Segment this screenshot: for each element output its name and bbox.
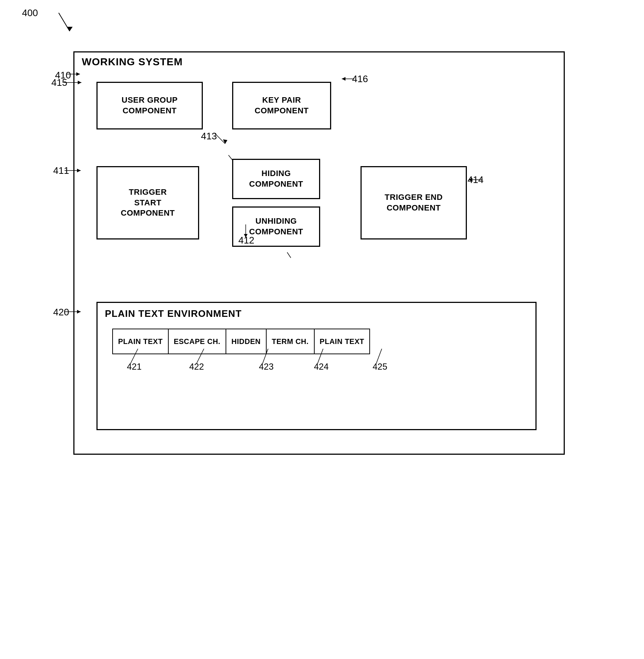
- svg-marker-12: [78, 81, 81, 84]
- ref-416-arrow: [339, 75, 357, 83]
- user-group-label: USER GROUPCOMPONENT: [122, 95, 178, 116]
- ref-415-arrow: [64, 79, 86, 86]
- svg-marker-1: [67, 27, 73, 31]
- pt-ref-connectors: [98, 347, 428, 369]
- svg-marker-14: [342, 77, 345, 81]
- svg-marker-16: [77, 169, 81, 172]
- svg-marker-22: [469, 178, 472, 182]
- trigger-end-label: TRIGGER ENDCOMPONENT: [385, 192, 443, 213]
- trigger-end-component-box: TRIGGER ENDCOMPONENT: [361, 166, 467, 239]
- svg-line-2: [131, 349, 138, 363]
- key-pair-label: KEY PAIRCOMPONENT: [255, 95, 309, 116]
- key-pair-component-box: KEY PAIRCOMPONENT: [232, 82, 331, 129]
- svg-line-4: [263, 349, 268, 363]
- working-system-label: WORKING SYSTEM: [82, 56, 183, 68]
- ref-414-arrow: [466, 176, 488, 183]
- svg-marker-10: [76, 72, 80, 76]
- ref-413-arrow: [214, 133, 236, 147]
- ref-420-arrow: [65, 308, 85, 315]
- svg-marker-20: [244, 234, 248, 238]
- working-system-box: WORKING SYSTEM USER GROUPCOMPONENT KEY P…: [73, 51, 565, 455]
- ref-410-arrow: [67, 69, 85, 80]
- ref-411-arrow: [65, 167, 85, 174]
- ref-400-arrow: [37, 9, 81, 39]
- svg-line-5: [318, 349, 323, 363]
- user-group-component-box: USER GROUPCOMPONENT: [96, 82, 203, 129]
- svg-line-17: [214, 133, 225, 144]
- svg-line-8: [287, 252, 291, 258]
- trigger-start-component-box: TRIGGERSTARTCOMPONENT: [96, 166, 199, 239]
- svg-line-6: [376, 349, 382, 363]
- svg-line-3: [197, 349, 204, 363]
- plain-text-env-label: PLAIN TEXT ENVIRONMENT: [105, 308, 242, 319]
- trigger-start-label: TRIGGERSTARTCOMPONENT: [121, 187, 175, 219]
- svg-marker-24: [77, 310, 81, 314]
- plain-text-environment-box: PLAIN TEXT ENVIRONMENT PLAIN TEXT ESCAPE…: [96, 302, 537, 430]
- hiding-label: HIDINGCOMPONENT: [249, 168, 303, 189]
- svg-marker-18: [223, 139, 227, 144]
- ref-412-arrow: [242, 224, 264, 243]
- hiding-component-box: HIDINGCOMPONENT: [232, 159, 320, 199]
- ref-400-label: 400: [22, 7, 38, 19]
